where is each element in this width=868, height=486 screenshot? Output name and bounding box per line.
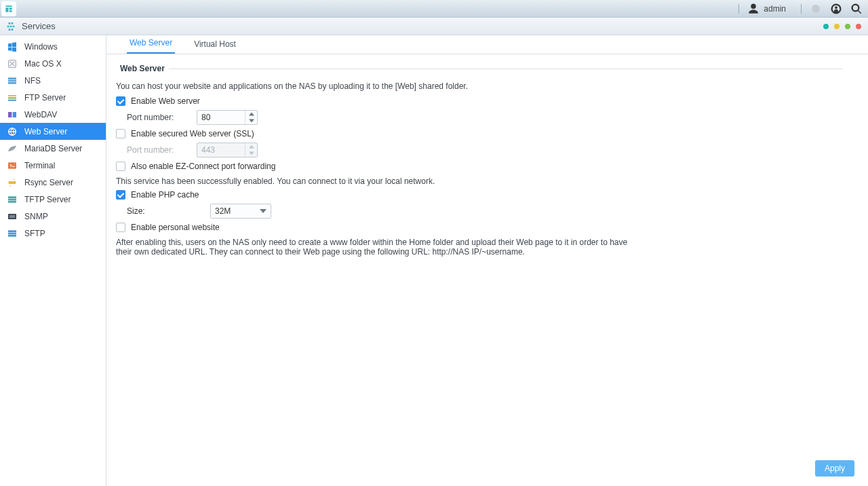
svg-rect-10: [8, 196, 16, 198]
snmp-icon: [7, 211, 18, 222]
checkbox-ez-connect[interactable]: [116, 162, 125, 171]
svg-rect-3: [8, 79, 16, 81]
window-title-text: Services: [22, 21, 56, 31]
window-max-dot[interactable]: [845, 24, 850, 29]
help-icon[interactable]: [830, 3, 842, 15]
sidebar-item-snmp[interactable]: SNMP: [0, 208, 106, 225]
ssl-port-input: [197, 143, 245, 157]
sidebar-item-label: Web Server: [24, 127, 67, 136]
ssl-port-spin-up: [245, 143, 257, 150]
svg-rect-9: [9, 181, 16, 184]
tab-virtual-host[interactable]: Virtual Host: [191, 35, 239, 54]
sidebar-item-label: SFTP: [24, 229, 45, 238]
row-cache-size: Size: 32M: [116, 204, 843, 219]
web-icon: [7, 126, 18, 137]
search-icon: [850, 3, 863, 15]
svg-rect-11: [8, 198, 16, 200]
sidebar-item-label: Rsync Server: [24, 178, 73, 187]
sidebar-item-nfs[interactable]: NFS: [0, 72, 106, 89]
sysbar-left: [0, 1, 20, 16]
row-ez-connect: Also enable EZ-Connect port forwarding: [116, 162, 843, 171]
port-spin-down[interactable]: [245, 117, 257, 124]
svg-rect-15: [8, 230, 16, 232]
sidebar-item-terminal[interactable]: Terminal: [0, 157, 106, 174]
ssl-port-spinner: [197, 143, 258, 157]
checkbox-personal-website-label: Enable personal website: [131, 223, 220, 232]
sidebar-item-macos[interactable]: Mac OS X: [0, 55, 106, 72]
sysbar-right: admin: [738, 3, 868, 15]
svg-rect-12: [8, 201, 16, 203]
row-enable-ssl: Enable secured Web server (SSL): [116, 129, 843, 138]
checkbox-enable-ssl[interactable]: [116, 129, 125, 138]
fieldset-web-server: Web Server You can host your website and…: [116, 64, 843, 261]
svg-rect-4: [8, 82, 16, 84]
status-icon[interactable]: [810, 3, 822, 15]
checkbox-ez-connect-label: Also enable EZ-Connect port forwarding: [131, 162, 275, 171]
sidebar: Windows Mac OS X NFS FTP Server WebDAV W…: [0, 35, 106, 486]
row-personal-website: Enable personal website: [116, 223, 843, 232]
sidebar-item-sftp[interactable]: SFTP: [0, 225, 106, 242]
sidebar-item-mariadb[interactable]: MariaDB Server: [0, 140, 106, 157]
row-ssl-port: Port number:: [116, 143, 843, 157]
svg-rect-16: [8, 232, 16, 234]
sidebar-item-windows[interactable]: Windows: [0, 38, 106, 55]
port-spinner[interactable]: [197, 110, 258, 125]
svg-rect-6: [13, 112, 16, 117]
windows-icon: [7, 41, 18, 52]
sidebar-item-label: Terminal: [24, 161, 55, 170]
tab-bar: Web Server Virtual Host: [106, 35, 868, 54]
sidebar-item-rsync[interactable]: Rsync Server: [0, 174, 106, 191]
cache-size-value: 32M: [215, 206, 231, 216]
tab-web-server[interactable]: Web Server: [127, 34, 175, 54]
home-button[interactable]: [1, 1, 16, 16]
window-close-dot[interactable]: [856, 24, 861, 29]
checkbox-enable-web-label: Enable Web server: [131, 96, 200, 106]
window-title: Services: [0, 21, 56, 32]
sidebar-item-label: Mac OS X: [24, 59, 62, 69]
sidebar-item-ftp[interactable]: FTP Server: [0, 89, 106, 106]
checkbox-enable-web[interactable]: [116, 96, 125, 106]
chevron-down-icon: [260, 208, 267, 214]
fieldset-legend: Web Server: [116, 64, 169, 73]
checkbox-personal-website[interactable]: [116, 223, 125, 232]
port-spin-up[interactable]: [245, 111, 257, 117]
mariadb-icon: [7, 143, 18, 154]
window-controls: [823, 24, 868, 29]
row-enable-web: Enable Web server: [116, 96, 843, 106]
sidebar-item-label: NFS: [24, 76, 41, 86]
user-icon: [747, 3, 760, 15]
window-help-dot[interactable]: [823, 24, 829, 29]
window-min-dot[interactable]: [834, 24, 840, 29]
section-description: You can host your website and applicatio…: [116, 81, 843, 91]
cache-size-select[interactable]: 32M: [210, 204, 271, 219]
svg-rect-5: [8, 112, 12, 117]
row-port: Port number:: [116, 110, 843, 125]
search-button[interactable]: [850, 3, 863, 15]
sidebar-item-web[interactable]: Web Server: [0, 123, 106, 140]
sidebar-item-tftp[interactable]: TFTP Server: [0, 191, 106, 208]
svg-rect-2: [8, 77, 16, 79]
sidebar-item-label: FTP Server: [24, 93, 66, 102]
tftp-icon: [7, 194, 18, 205]
user-menu[interactable]: admin: [747, 3, 793, 15]
checkbox-php-cache-label: Enable PHP cache: [131, 190, 199, 200]
sidebar-item-label: WebDAV: [24, 110, 57, 119]
sidebar-item-label: MariaDB Server: [24, 144, 82, 153]
sftp-icon: [7, 228, 18, 239]
sidebar-item-label: TFTP Server: [24, 195, 71, 204]
port-spin-buttons: [245, 111, 257, 124]
svg-rect-17: [8, 235, 16, 237]
terminal-icon: [7, 160, 18, 171]
ssl-port-label: Port number:: [127, 145, 191, 155]
apply-button[interactable]: Apply: [815, 460, 854, 476]
svg-rect-14: [9, 215, 15, 218]
home-icon: [4, 4, 14, 14]
svg-rect-8: [8, 162, 16, 168]
checkbox-php-cache[interactable]: [116, 190, 125, 200]
macos-icon: [7, 58, 18, 69]
sidebar-item-webdav[interactable]: WebDAV: [0, 106, 106, 123]
sidebar-item-label: SNMP: [24, 212, 48, 221]
window-titlebar: Services: [0, 18, 868, 35]
port-input[interactable]: [197, 111, 245, 124]
content-area: Web Server Virtual Host Web Server You c…: [106, 35, 868, 486]
